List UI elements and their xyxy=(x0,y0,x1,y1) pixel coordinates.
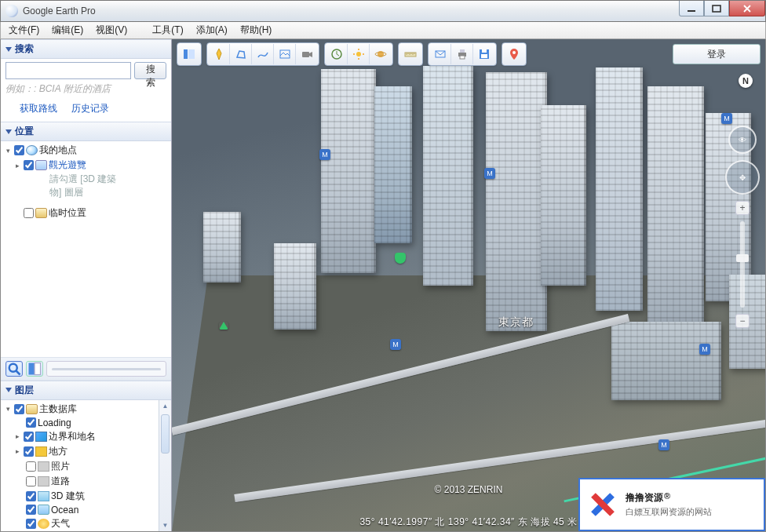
node-label: 道路 xyxy=(51,475,70,488)
expand-icon[interactable]: ▾ xyxy=(4,146,13,155)
scroll-down-icon[interactable]: ▼ xyxy=(159,519,171,531)
tree-node-roads[interactable]: 道路 xyxy=(4,474,168,489)
save-image-button[interactable] xyxy=(473,44,495,64)
transit-marker-icon[interactable]: M xyxy=(658,439,669,450)
polygon-button[interactable] xyxy=(230,44,252,64)
tree-node-gallery[interactable]: Gallery xyxy=(4,531,168,532)
svg-rect-9 xyxy=(302,52,309,57)
watermark-logo-icon xyxy=(586,488,619,521)
status-alt-value: 45 米 xyxy=(553,516,578,527)
title-bar: Google Earth Pro xyxy=(0,0,766,22)
menu-help[interactable]: 帮助(H) xyxy=(235,22,277,38)
checkbox[interactable] xyxy=(26,476,36,486)
globe-viewport[interactable]: M M M M M M xyxy=(172,39,765,531)
get-directions-link[interactable]: 获取路线 xyxy=(20,102,57,115)
checkbox[interactable] xyxy=(26,461,36,472)
folder-icon xyxy=(26,404,38,414)
menu-tools[interactable]: 工具(T) xyxy=(148,22,188,38)
svg-line-3 xyxy=(16,370,20,374)
view-in-maps-button[interactable] xyxy=(503,44,525,64)
transit-marker-icon[interactable]: M xyxy=(319,149,330,160)
node-label: 地方 xyxy=(49,445,67,458)
zoom-slider[interactable] xyxy=(740,221,745,308)
checkbox[interactable] xyxy=(26,505,36,515)
checkbox[interactable] xyxy=(24,160,34,170)
ruler-button[interactable] xyxy=(399,44,421,64)
scroll-thumb[interactable] xyxy=(161,414,170,454)
places-panel-header[interactable]: 位置 xyxy=(1,122,171,141)
login-button[interactable]: 登录 xyxy=(673,44,761,64)
watermark-title: 撸撸资源 ® xyxy=(626,491,712,505)
transit-marker-icon[interactable]: M xyxy=(721,113,732,124)
transit-marker-icon[interactable]: M xyxy=(484,168,495,179)
collapse-icon xyxy=(5,388,12,392)
maximize-button[interactable] xyxy=(704,1,729,16)
history-button[interactable] xyxy=(326,44,348,64)
toolbar: 登录 xyxy=(177,42,761,66)
tree-node-weather[interactable]: 天气 xyxy=(4,516,168,531)
zoom-out-button[interactable]: − xyxy=(735,314,750,328)
expand-icon[interactable]: ▸ xyxy=(13,432,22,441)
tree-node-ocean[interactable]: Ocean xyxy=(4,504,168,516)
checkbox[interactable] xyxy=(24,432,34,442)
search-places-button[interactable] xyxy=(5,361,23,377)
checkbox[interactable] xyxy=(24,208,34,218)
tree-node-photos[interactable]: 照片 xyxy=(4,459,168,474)
layers-scrollbar[interactable]: ▲ ▼ xyxy=(159,400,171,532)
svg-rect-5 xyxy=(35,363,41,374)
scroll-up-icon[interactable]: ▲ xyxy=(159,400,171,413)
checkbox[interactable] xyxy=(24,446,34,457)
transit-marker-icon[interactable]: M xyxy=(699,344,710,355)
tree-node-places[interactable]: ▸ 地方 xyxy=(4,444,168,459)
opacity-slider[interactable] xyxy=(46,361,166,377)
checkbox[interactable] xyxy=(26,417,36,428)
menu-view[interactable]: 视图(V) xyxy=(91,22,132,38)
folder-icon xyxy=(35,160,47,170)
search-panel-header[interactable]: 搜索 xyxy=(1,39,171,59)
tree-node-my-places[interactable]: ▾ 我的地点 xyxy=(4,143,168,158)
road-icon xyxy=(38,476,49,486)
expand-icon[interactable]: ▾ xyxy=(4,405,13,414)
compass-icon[interactable]: N xyxy=(739,74,753,88)
tree-node-loading[interactable]: Loading xyxy=(4,417,168,429)
checkbox[interactable] xyxy=(14,145,24,155)
tree-node-temporary[interactable]: 临时位置 xyxy=(4,206,168,220)
print-button[interactable] xyxy=(451,44,473,64)
history-link[interactable]: 历史记录 xyxy=(71,102,109,115)
checkbox[interactable] xyxy=(14,404,24,414)
watermark-overlay: 撸撸资源 ® 白嫖互联网资源的网站 xyxy=(578,478,765,531)
sunlight-button[interactable] xyxy=(348,44,370,64)
tree-node-buildings[interactable]: 3D 建筑 xyxy=(4,489,168,504)
search-button[interactable]: 搜索 xyxy=(134,62,166,79)
record-tour-button[interactable] xyxy=(296,44,318,64)
placemark-button[interactable] xyxy=(208,44,230,64)
image-overlay-button[interactable] xyxy=(274,44,296,64)
marker-icon[interactable] xyxy=(395,253,406,264)
menu-add[interactable]: 添加(A) xyxy=(192,22,232,38)
zoom-in-button[interactable]: + xyxy=(735,201,750,215)
search-input[interactable] xyxy=(5,62,131,79)
expand-icon[interactable]: ▸ xyxy=(13,161,22,169)
minimize-button[interactable] xyxy=(679,1,704,16)
email-button[interactable] xyxy=(429,44,451,64)
expand-icon[interactable]: ▸ xyxy=(13,447,22,456)
menu-edit[interactable]: 编辑(E) xyxy=(47,22,88,38)
tree-node-borders[interactable]: ▸ 边界和地名 xyxy=(4,429,168,444)
marker-icon[interactable] xyxy=(219,322,228,330)
look-joystick[interactable]: 👁 xyxy=(728,126,757,154)
planet-button[interactable] xyxy=(370,44,392,64)
layers-panel-header[interactable]: 图层 xyxy=(1,381,171,400)
opacity-toggle-button[interactable] xyxy=(26,361,43,377)
hide-sidebar-button[interactable] xyxy=(178,44,200,64)
checkbox[interactable] xyxy=(26,491,36,501)
city-label[interactable]: 東京都 xyxy=(498,315,534,330)
tree-node-primary-db[interactable]: ▾ 主数据库 xyxy=(4,402,168,417)
move-joystick[interactable]: ✥ xyxy=(725,160,760,195)
menu-file[interactable]: 文件(F) xyxy=(4,22,44,38)
svg-rect-28 xyxy=(460,56,465,59)
tree-node-sightseeing[interactable]: ▸ 觀光遊覽 xyxy=(4,158,168,173)
path-button[interactable] xyxy=(252,44,274,64)
close-button[interactable] xyxy=(729,1,765,16)
checkbox[interactable] xyxy=(26,519,36,529)
transit-marker-icon[interactable]: M xyxy=(390,339,401,350)
